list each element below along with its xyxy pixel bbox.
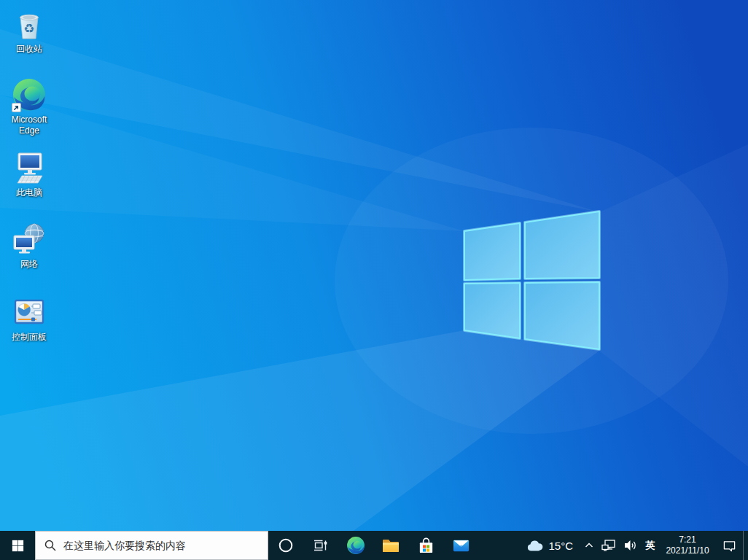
desktop-icon-label: 网络	[20, 259, 38, 270]
taskbar: 15°C	[0, 531, 748, 560]
action-center-button[interactable]	[716, 531, 743, 560]
file-explorer-button[interactable]	[373, 531, 408, 560]
desktop-icon-network[interactable]: 网络	[1, 222, 57, 270]
desktop-icon-recycle-bin[interactable]: ♻ 回收站	[1, 7, 57, 55]
search-icon	[44, 540, 56, 551]
microsoft-edge-taskbar-button[interactable]	[338, 531, 373, 560]
file-explorer-icon	[381, 536, 400, 555]
temperature-label: 15°C	[548, 540, 573, 552]
taskbar-search[interactable]	[35, 531, 268, 560]
microsoft-store-button[interactable]	[408, 531, 443, 560]
microsoft-store-icon	[417, 537, 435, 555]
mail-icon	[452, 537, 470, 555]
shortcut-arrow-icon	[12, 103, 21, 112]
time-label: 7:21	[679, 534, 696, 545]
recycle-bin-icon: ♻	[12, 7, 47, 42]
cortana-icon	[278, 537, 294, 553]
windows-logo-wallpaper	[0, 0, 748, 560]
search-input[interactable]	[63, 540, 259, 551]
desktop-icon-this-pc[interactable]: 此电脑	[1, 150, 57, 198]
task-view-icon	[313, 537, 329, 553]
microsoft-edge-icon	[346, 536, 365, 555]
ethernet-network-icon	[601, 538, 616, 553]
volume-button[interactable]	[620, 531, 642, 560]
desktop-icon-label: 此电脑	[16, 187, 42, 198]
cortana-button[interactable]	[268, 531, 303, 560]
svg-text:♻: ♻	[23, 21, 34, 36]
show-desktop-button[interactable]	[743, 531, 748, 560]
task-view-button[interactable]	[303, 531, 338, 560]
desktop-icon-label: Microsoft Edge	[2, 114, 56, 136]
cloud-icon	[526, 540, 544, 552]
clock[interactable]: 7:21 2021/11/10	[659, 531, 716, 560]
system-tray: 15°C	[519, 531, 748, 560]
speaker-icon	[623, 538, 638, 553]
desktop-wallpaper	[0, 0, 748, 560]
weather-widget[interactable]: 15°C	[519, 531, 580, 560]
network-status-button[interactable]	[598, 531, 620, 560]
desktop-icon-label: 回收站	[16, 44, 42, 55]
desktop-icon-control-panel[interactable]: 控制面板	[1, 295, 57, 343]
mail-button[interactable]	[443, 531, 478, 560]
desktop-icon-microsoft-edge[interactable]: Microsoft Edge	[1, 77, 57, 136]
start-button[interactable]	[0, 531, 35, 560]
this-pc-icon	[12, 150, 47, 185]
windows-desktop: ♻ 回收站	[0, 0, 748, 560]
action-center-icon	[722, 539, 736, 553]
date-label: 2021/11/10	[666, 545, 709, 556]
chevron-up-icon	[584, 540, 594, 551]
desktop-icon-label: 控制面板	[12, 332, 47, 343]
input-language-indicator[interactable]: 英	[642, 531, 659, 560]
network-icon	[12, 222, 47, 257]
tray-overflow-button[interactable]	[580, 531, 598, 560]
control-panel-icon	[12, 295, 47, 330]
windows-start-icon	[12, 540, 24, 552]
